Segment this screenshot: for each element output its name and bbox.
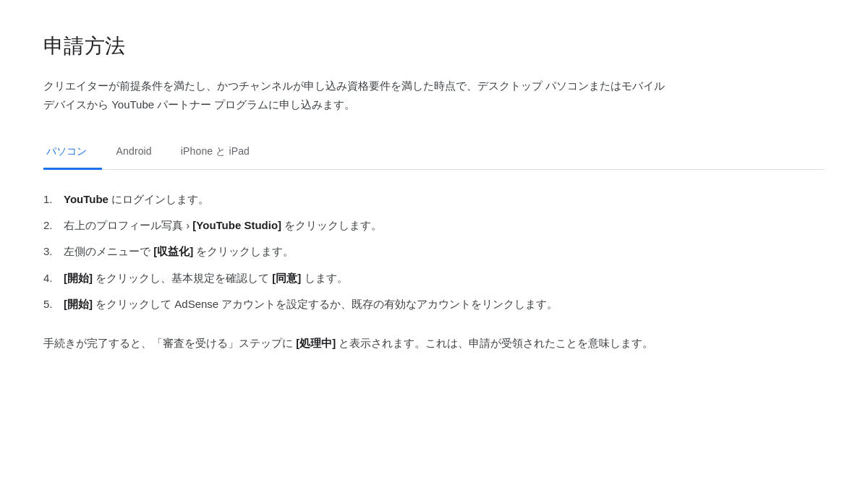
footer-text: 手続きが完了すると、「審査を受ける」ステップに [処理中] と表示されます。これ…	[43, 334, 665, 353]
intro-text: クリエイターが前提条件を満たし、かつチャンネルが申し込み資格要件を満した時点で、…	[43, 77, 665, 115]
step-item-5: 5. [開始] をクリックして AdSense アカウントを設定するか、既存の有…	[43, 295, 665, 314]
step-item-1: 1. YouTube にログインします。	[43, 190, 665, 209]
step-text-3: 左側のメニューで [収益化] をクリックします。	[64, 242, 665, 261]
content-section: 1. YouTube にログインします。 2. 右上のプロフィール写真 › [Y…	[43, 190, 665, 353]
step-text-5: [開始] をクリックして AdSense アカウントを設定するか、既存の有効なア…	[64, 295, 665, 314]
step-number-3: 3.	[43, 242, 59, 261]
page-title: 申請方法	[43, 29, 825, 64]
step-number-1: 1.	[43, 190, 59, 209]
step-text-2: 右上のプロフィール写真 › [YouTube Studio] をクリックします。	[64, 216, 665, 235]
steps-list: 1. YouTube にログインします。 2. 右上のプロフィール写真 › [Y…	[43, 190, 665, 314]
step-text-1: YouTube にログインします。	[64, 190, 665, 209]
step-item-3: 3. 左側のメニューで [収益化] をクリックします。	[43, 242, 665, 261]
tab-iphone[interactable]: iPhone と iPad	[166, 136, 264, 170]
step-item-4: 4. [開始] をクリックし、基本規定を確認して [同意] します。	[43, 269, 665, 288]
step-number-4: 4.	[43, 269, 59, 288]
step-number-5: 5.	[43, 295, 59, 314]
tab-android[interactable]: Android	[102, 136, 166, 170]
step-number-2: 2.	[43, 216, 59, 235]
tab-pc[interactable]: パソコン	[43, 136, 102, 170]
tabs-container: パソコン Android iPhone と iPad	[43, 136, 825, 170]
step-item-2: 2. 右上のプロフィール写真 › [YouTube Studio] をクリックし…	[43, 216, 665, 235]
step-text-4: [開始] をクリックし、基本規定を確認して [同意] します。	[64, 269, 665, 288]
